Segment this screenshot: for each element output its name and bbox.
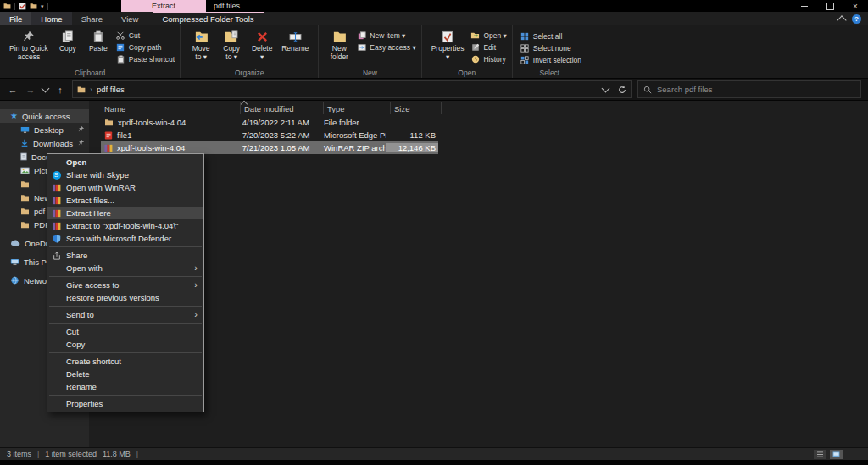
tab-compressed-folder-tools[interactable]: Compressed Folder Tools: [153, 12, 263, 25]
sidebar-item-quick-access[interactable]: ★ Quick access: [0, 109, 89, 123]
file-row[interactable]: file1 7/20/2023 5:22 AM Microsoft Edge P…: [101, 129, 438, 141]
file-date: 7/21/2023 1:05 AM: [239, 143, 320, 152]
column-header-name[interactable]: Name: [101, 102, 241, 114]
tab-share[interactable]: Share: [72, 12, 112, 25]
select-all-button[interactable]: Select all: [520, 31, 581, 42]
menu-item-open-with[interactable]: Open with ›: [47, 262, 203, 274]
menu-item-extract-here[interactable]: Extract Here: [47, 207, 203, 219]
column-header-date-modified[interactable]: Date modified: [241, 102, 324, 114]
tab-view[interactable]: View: [112, 12, 147, 25]
thumbnails-view-icon[interactable]: [830, 450, 843, 459]
recent-locations-icon[interactable]: [42, 84, 50, 92]
status-divider: |: [136, 450, 138, 458]
menu-item-label: Extract Here: [66, 208, 111, 218]
properties-button[interactable]: Properties ▾: [428, 28, 468, 63]
up-icon[interactable]: ↑: [54, 85, 66, 95]
menu-item-label: Extract to "xpdf-tools-win-4.04\": [66, 221, 178, 230]
paste-shortcut-button[interactable]: Paste shortcut: [116, 54, 175, 64]
new-item-button[interactable]: New item ▾: [357, 30, 415, 41]
menu-item-give-access-to[interactable]: Give access to ›: [47, 279, 203, 291]
menu-item-properties[interactable]: Properties: [47, 397, 203, 410]
button-label: to ▾: [195, 53, 207, 62]
ribbon-group-open: Properties ▾ Open ▾ Edit History: [422, 25, 513, 78]
copy-to-button[interactable]: Copy to ▾: [217, 28, 246, 63]
menu-item-cut[interactable]: Cut: [47, 325, 203, 338]
address-bar[interactable]: › pdf files: [72, 80, 632, 98]
menu-item-label: Share with Skype: [66, 170, 129, 180]
move-to-button[interactable]: Move to ▾: [186, 28, 215, 63]
pin-to-quick-access-button[interactable]: Pin to Quick access: [6, 28, 52, 63]
new-folder-icon: [332, 29, 346, 44]
search-input[interactable]: Search pdf files: [637, 80, 861, 98]
menu-item-share[interactable]: Share: [47, 249, 203, 262]
edit-button[interactable]: Edit: [470, 42, 506, 53]
menu-item-scan-with-defender[interactable]: Scan with Microsoft Defender...: [47, 232, 203, 245]
menu-item-send-to[interactable]: Send to ›: [47, 308, 203, 321]
back-icon[interactable]: ←: [7, 85, 19, 95]
menu-item-share-with-skype[interactable]: S Share with Skype: [47, 169, 203, 181]
maximize-button[interactable]: [817, 0, 843, 12]
sidebar-item-label: Quick access: [22, 112, 70, 121]
qat-customize-dropdown-icon[interactable]: ▾: [41, 3, 44, 9]
help-icon[interactable]: ?: [852, 14, 861, 24]
easy-access-icon: [357, 43, 366, 52]
new-folder-button[interactable]: New folder: [325, 28, 353, 63]
file-row-selected[interactable]: xpdf-tools-win-4.04 7/21/2023 1:05 AM Wi…: [101, 141, 438, 154]
button-label: Select none: [533, 44, 571, 53]
select-none-button[interactable]: Select none: [520, 43, 581, 53]
star-icon: ★: [10, 112, 18, 120]
menu-item-create-shortcut[interactable]: Create shortcut: [47, 355, 203, 368]
easy-access-button[interactable]: Easy access ▾: [357, 42, 415, 53]
copy-path-button[interactable]: Copy path: [116, 42, 175, 53]
file-row[interactable]: xpdf-tools-win-4.04 4/19/2022 2:11 AM Fi…: [101, 116, 438, 129]
minimize-button[interactable]: [792, 0, 817, 12]
copy-path-icon: [116, 43, 125, 52]
column-header-row: Name Date modified Type Size: [101, 101, 868, 116]
address-dropdown-icon[interactable]: [602, 84, 610, 92]
refresh-icon[interactable]: [618, 86, 626, 94]
menu-item-extract-files[interactable]: Extract files...: [47, 194, 203, 207]
menu-item-restore-previous-versions[interactable]: Restore previous versions: [47, 291, 203, 304]
copy-to-icon: [225, 29, 238, 44]
qat-properties-icon[interactable]: [19, 3, 26, 10]
file-name: file1: [117, 130, 131, 140]
history-button[interactable]: History: [470, 54, 506, 64]
open-button[interactable]: Open ▾: [470, 30, 506, 41]
winrar-icon: [51, 222, 62, 230]
pdf-file-icon: [104, 131, 113, 140]
menu-item-rename[interactable]: Rename: [47, 380, 203, 393]
qat-new-folder-icon[interactable]: [30, 3, 37, 9]
menu-item-open[interactable]: Open: [47, 156, 203, 169]
menu-item-delete[interactable]: Delete: [47, 368, 203, 380]
column-header-size[interactable]: Size: [391, 102, 442, 114]
tab-home[interactable]: Home: [31, 12, 71, 25]
group-label-new: New: [319, 69, 420, 77]
copy-button[interactable]: Copy: [53, 28, 82, 63]
app-folder-icon: [3, 3, 11, 9]
tab-file[interactable]: File: [0, 12, 31, 25]
cut-button[interactable]: Cut: [116, 30, 175, 41]
paste-shortcut-icon: [116, 55, 125, 64]
delete-x-icon: [257, 29, 268, 44]
sidebar-item-desktop[interactable]: Desktop: [0, 123, 89, 136]
details-view-icon[interactable]: [814, 450, 826, 459]
file-name: xpdf-tools-win-4.04: [118, 118, 186, 127]
address-bar-row: ← → ↑ › pdf files Search pdf files: [0, 79, 868, 101]
sidebar-item-downloads[interactable]: Downloads: [0, 136, 89, 150]
file-date: 4/19/2022 2:11 AM: [239, 118, 320, 127]
forward-icon[interactable]: →: [25, 85, 36, 95]
invert-selection-button[interactable]: Invert selection: [520, 55, 581, 65]
ribbon: Pin to Quick access Copy Paste Cut: [0, 25, 868, 79]
column-header-type[interactable]: Type: [324, 102, 391, 114]
rename-button[interactable]: Rename: [278, 28, 312, 63]
close-button[interactable]: ×: [843, 0, 868, 12]
title-bar: ▾ Extract pdf files ×: [0, 0, 868, 12]
menu-item-open-with-winrar[interactable]: Open with WinRAR: [47, 181, 203, 194]
breadcrumb-path[interactable]: pdf files: [97, 85, 125, 94]
select-all-icon: [520, 32, 530, 41]
paste-button[interactable]: Paste: [84, 28, 113, 63]
collapse-ribbon-icon[interactable]: [837, 15, 846, 25]
delete-button[interactable]: Delete ▾: [248, 28, 276, 63]
menu-item-extract-to[interactable]: Extract to "xpdf-tools-win-4.04\": [47, 219, 203, 232]
menu-item-copy[interactable]: Copy: [47, 338, 203, 351]
